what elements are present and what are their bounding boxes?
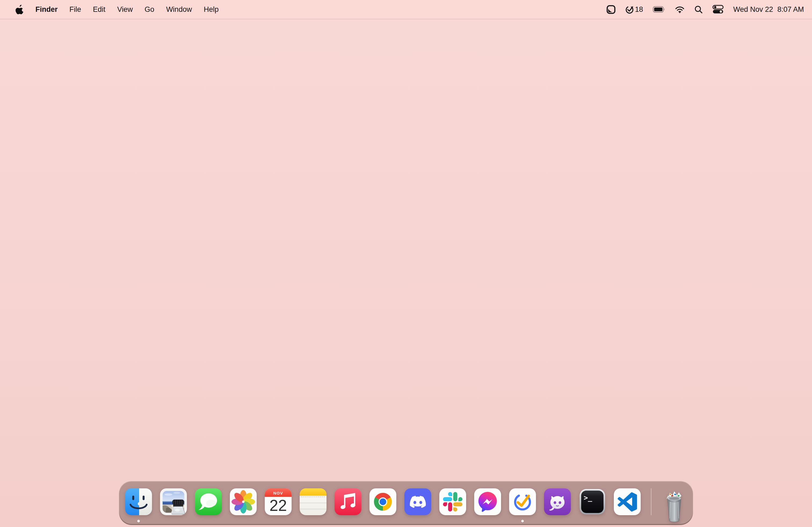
wifi-menu-extra[interactable]: [675, 6, 685, 13]
dock-item-finder[interactable]: [125, 488, 152, 515]
dock-item-messenger[interactable]: [474, 488, 501, 515]
vscode-icon: [614, 488, 641, 515]
running-indicator: [521, 520, 524, 523]
menu-bar-left: Finder File Edit View Go Window Help: [13, 0, 224, 19]
calendar-day: 22: [270, 497, 287, 514]
dock-item-slack[interactable]: [439, 488, 466, 515]
dock-separator[interactable]: [651, 488, 651, 515]
dock-item-vscode[interactable]: [614, 488, 641, 515]
control-center-icon: [712, 5, 724, 14]
dock-item-discord[interactable]: [404, 488, 431, 515]
ticktick-menu-extra[interactable]: 18: [625, 5, 643, 14]
calendar-month: NOV: [273, 491, 283, 495]
ticktick-progress-icon: [625, 5, 634, 14]
finder-icon: [125, 488, 152, 515]
chrome-icon: [369, 488, 396, 515]
dock-item-terminal[interactable]: >_: [579, 488, 606, 515]
dock-item-notes[interactable]: [300, 488, 327, 515]
menu-go[interactable]: Go: [139, 0, 160, 19]
dock-item-trash[interactable]: [662, 488, 687, 515]
control-center-menu-extra[interactable]: [712, 5, 724, 14]
macos-desktop: { "menu_bar": { "app_name": "Finder", "m…: [0, 0, 812, 527]
trash-full-icon: [662, 488, 687, 523]
menu-edit[interactable]: Edit: [87, 0, 112, 19]
menu-help[interactable]: Help: [198, 0, 225, 19]
apple-menu[interactable]: [13, 4, 26, 14]
dock-item-github[interactable]: [544, 488, 571, 515]
menu-view[interactable]: View: [112, 0, 139, 19]
clock-time: 8:07 AM: [777, 5, 804, 14]
dock-item-chrome[interactable]: [369, 488, 396, 515]
menu-bar-clock[interactable]: Wed Nov 22 8:07 AM: [733, 5, 804, 14]
photos-icon: [230, 488, 257, 515]
menu-bar-status: 18: [606, 5, 804, 14]
discord-icon: [404, 488, 431, 515]
battery-menu-extra[interactable]: [653, 6, 665, 13]
apple-icon: [16, 4, 24, 14]
terminal-prompt: >_: [584, 494, 592, 502]
dock-item-ticktick[interactable]: [509, 488, 536, 515]
screenshot-flap-icon: [606, 5, 616, 14]
dock-item-music[interactable]: [335, 488, 361, 515]
menu-app-title[interactable]: Finder: [30, 0, 64, 19]
battery-icon: [653, 6, 665, 13]
dock-item-photos[interactable]: [230, 488, 257, 515]
dock-item-calendar[interactable]: NOV 22: [265, 488, 292, 515]
messenger-icon: [474, 488, 501, 515]
menu-bar: Finder File Edit View Go Window Help 18: [0, 0, 812, 19]
dock-item-preview[interactable]: [160, 488, 187, 515]
notes-icon: [300, 488, 327, 515]
slack-icon: [439, 488, 466, 515]
spotlight-menu-extra[interactable]: [694, 5, 703, 14]
wifi-icon: [675, 6, 685, 13]
dock-background: NOV 22: [119, 481, 693, 525]
calendar-icon: NOV 22: [265, 488, 292, 515]
spotlight-search-icon: [694, 5, 703, 14]
menu-file[interactable]: File: [64, 0, 87, 19]
clock-date: Wed Nov 22: [733, 5, 773, 14]
messages-icon: [195, 488, 222, 515]
dock-item-messages[interactable]: [195, 488, 222, 515]
menu-window[interactable]: Window: [160, 0, 198, 19]
dock: NOV 22: [119, 481, 693, 525]
preview-icon: [160, 488, 187, 515]
music-icon: [335, 488, 361, 515]
github-icon: [544, 488, 571, 515]
task-count: 18: [635, 5, 643, 14]
running-indicator: [137, 520, 140, 523]
screenshot-menu-extra[interactable]: [606, 5, 616, 14]
ticktick-icon: [509, 488, 536, 515]
terminal-icon: >_: [579, 488, 606, 515]
